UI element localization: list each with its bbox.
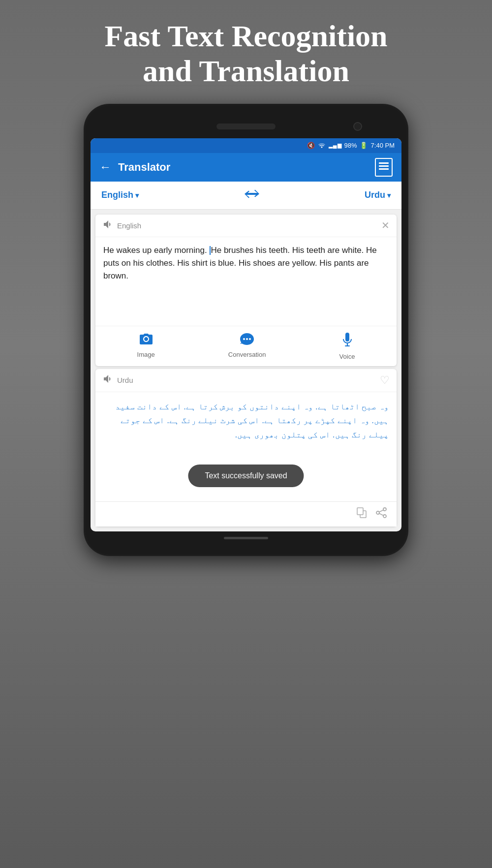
language-bar: English ▾ Urdu ▾ (91, 182, 401, 210)
target-language-label: Urdu (365, 190, 385, 200)
toolbar-title: Translator (118, 161, 375, 174)
conversation-icon (239, 332, 255, 348)
phone-screen: 🔇 ▂▄▆ 98% 🔋 7:40 PM ← Translator (91, 138, 401, 531)
phone-speaker (216, 124, 276, 129)
title-line2: and Translation (143, 54, 349, 88)
output-wrapper: Urdu ♡ وہ صبح اٹھاتا ہے. وہ اپنے دانتوں … (91, 369, 401, 527)
page-title: Fast Text Recognition and Translation (75, 0, 417, 104)
swap-languages-button[interactable] (245, 188, 259, 202)
time-display: 7:40 PM (371, 142, 395, 149)
toast-notification: Text successfully saved (188, 465, 304, 487)
bottom-actions-bar (95, 501, 397, 527)
input-actions-bar: Image Conversation (95, 326, 397, 366)
svg-point-13 (376, 511, 379, 514)
phone-shell: 🔇 ▂▄▆ 98% 🔋 7:40 PM ← Translator (84, 104, 408, 556)
input-section-header: English ✕ (95, 215, 397, 237)
wifi-icon (317, 141, 326, 150)
svg-rect-7 (345, 333, 349, 341)
svg-rect-9 (345, 345, 350, 346)
output-text-area: وہ صبح اٹھاتا ہے. وہ اپنے دانتوں کو برش … (95, 392, 397, 451)
copy-button[interactable] (356, 507, 367, 522)
status-icons: 🔇 ▂▄▆ 98% 🔋 7:40 PM (307, 141, 395, 150)
mute-icon: 🔇 (307, 142, 315, 149)
input-lang-label: English (117, 221, 141, 230)
input-speaker-icon[interactable] (102, 219, 113, 232)
voice-label: Voice (339, 353, 355, 360)
svg-point-14 (383, 515, 386, 518)
toolbar-action-button[interactable] (375, 158, 393, 177)
output-section-header: Urdu ♡ (95, 369, 397, 392)
clear-input-button[interactable]: ✕ (381, 219, 390, 231)
input-text-before-cursor: He wakes up early morning. (103, 246, 209, 255)
share-button[interactable] (376, 507, 387, 522)
svg-rect-0 (379, 162, 389, 164)
status-bar: 🔇 ▂▄▆ 98% 🔋 7:40 PM (91, 138, 401, 153)
svg-rect-11 (357, 508, 363, 515)
input-section: English ✕ He wakes up early morning. He … (95, 215, 397, 366)
signal-icon: ▂▄▆ (329, 142, 342, 149)
svg-point-4 (243, 338, 245, 340)
svg-rect-1 (379, 165, 389, 167)
source-language-label: English (101, 190, 133, 200)
battery-percent: 98% (344, 142, 357, 149)
input-text-area[interactable]: He wakes up early morning. He brushes hi… (95, 237, 397, 326)
favorite-button[interactable]: ♡ (380, 374, 390, 387)
svg-point-6 (249, 338, 251, 340)
app-toolbar: ← Translator (91, 153, 401, 182)
svg-point-12 (383, 508, 386, 511)
output-lang-label: Urdu (117, 376, 133, 384)
svg-line-16 (379, 513, 383, 515)
camera-icon (139, 332, 154, 348)
back-button[interactable]: ← (99, 160, 111, 174)
source-language-arrow: ▾ (135, 191, 139, 199)
target-language-button[interactable]: Urdu ▾ (365, 190, 391, 200)
conversation-label: Conversation (228, 351, 266, 358)
microphone-icon (341, 332, 353, 350)
toast-message: Text successfully saved (205, 471, 287, 480)
svg-line-15 (379, 510, 383, 512)
conversation-button[interactable]: Conversation (228, 332, 266, 360)
svg-rect-3 (386, 168, 389, 170)
svg-point-5 (246, 338, 248, 340)
phone-bottom-bar (91, 531, 401, 545)
battery-icon: 🔋 (360, 142, 368, 149)
source-language-button[interactable]: English ▾ (101, 190, 139, 200)
voice-button[interactable]: Voice (339, 332, 355, 360)
image-label: Image (137, 351, 155, 358)
phone-camera (353, 122, 362, 131)
output-section: Urdu ♡ وہ صبح اٹھاتا ہے. وہ اپنے دانتوں … (95, 369, 397, 527)
title-line1: Fast Text Recognition (104, 19, 387, 53)
home-indicator (224, 537, 268, 539)
target-language-arrow: ▾ (387, 191, 391, 199)
phone-top-bar (91, 115, 401, 138)
image-button[interactable]: Image (137, 332, 155, 360)
output-speaker-icon[interactable] (102, 374, 113, 386)
